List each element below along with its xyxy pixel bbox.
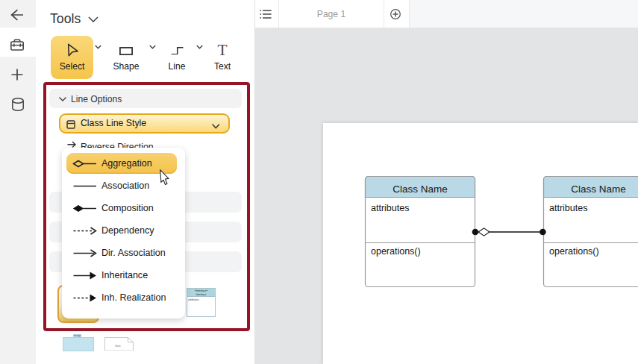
svg-text:Class Name: Class Name bbox=[393, 183, 448, 195]
svg-text:operations(): operations() bbox=[549, 246, 599, 257]
svg-text:attributes: attributes bbox=[549, 203, 587, 213]
svg-text:Note: Note bbox=[115, 344, 121, 347]
svg-text:operations(): operations() bbox=[371, 246, 421, 257]
svg-text:attributes: attributes bbox=[371, 203, 409, 213]
svg-text:Class Name: Class Name bbox=[571, 183, 626, 195]
